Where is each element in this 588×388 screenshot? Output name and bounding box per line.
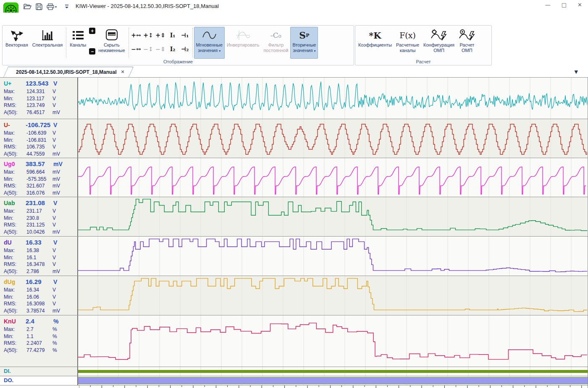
stat-unit: V — [52, 102, 56, 109]
digital-label[interactable]: DO. — [0, 376, 78, 385]
stat-value: 123.117 — [26, 95, 52, 102]
waveform-plot[interactable] — [78, 119, 588, 158]
zoom-out-horizontal-icon[interactable]: −↔ — [130, 42, 142, 56]
stat-label: Max: — [4, 169, 26, 176]
zoom-in-vertical-icon[interactable]: +↕ — [142, 28, 155, 42]
close-button[interactable]: ✕ — [578, 2, 582, 8]
window-title: KIWI-Viewer - 2025-08-14,12.50.30,IRIS-S… — [76, 3, 219, 9]
customize-toolbar-icon — [64, 4, 69, 10]
spectral-diagram-button[interactable]: Спектральная — [30, 27, 65, 59]
stat-label: Min: — [4, 254, 26, 261]
stat-unit: V — [52, 137, 56, 144]
digital-plot[interactable] — [78, 367, 588, 376]
omp-config-button[interactable]: Конфигурация ОМП — [421, 27, 457, 59]
stat-label: A(50): — [4, 307, 26, 315]
channels-button[interactable]: Каналы — [68, 27, 88, 59]
waveform-plot[interactable] — [78, 158, 588, 197]
digital-signal-bar — [78, 370, 588, 373]
stat-row: A(50):316.076mV — [4, 190, 77, 197]
zoom-out-vertical-all-icon[interactable]: −⇕ — [155, 42, 167, 56]
stat-value: 16.3478 — [26, 261, 52, 268]
waveform-trace-dUg — [78, 279, 587, 312]
marker-two-icon[interactable]: ⊣₂ — [179, 42, 191, 56]
print-dropdown-caret[interactable]: ▾ — [55, 5, 57, 9]
waveform-trace-KnU — [78, 323, 587, 359]
stat-label: Min: — [4, 95, 26, 102]
ribbon-separator — [129, 28, 129, 57]
customize-quick-access-button[interactable] — [64, 4, 69, 10]
zoom-in-vertical-all-icon[interactable]: +⇕ — [155, 28, 167, 42]
stat-value: 123.749 — [26, 102, 52, 109]
omp-run-button[interactable]: Расчет ОМП — [457, 27, 478, 59]
channel-row: U+ 123.543 V Max:124.331VMin:123.117VRMS… — [0, 77, 588, 119]
waveform-plot[interactable] — [78, 276, 588, 315]
const-icon: const — [105, 28, 119, 42]
remove-channel-button[interactable]: − — [89, 48, 95, 55]
waveform-plot[interactable] — [78, 315, 588, 367]
secondary-values-button[interactable]: SP Вторичные значения ▾ — [290, 27, 318, 59]
coefficients-button[interactable]: *K Коэффициенты — [356, 27, 394, 59]
waveform-plot[interactable] — [78, 78, 588, 119]
minimize-button[interactable]: — — [545, 2, 551, 8]
channel-stats-panel[interactable]: Uab 231.08 V Max:231.17VMin:230.8VRMS:23… — [0, 197, 78, 236]
channel-unit: V — [53, 279, 57, 285]
channel-row: dUg 16.29 V Max:16.34VMin:16.06VRMS:16.3… — [0, 276, 588, 315]
open-file-button[interactable] — [24, 3, 32, 10]
digital-plot[interactable] — [78, 376, 588, 385]
stat-value: 231.17 — [26, 208, 52, 215]
channel-value: 123.543 — [26, 80, 53, 87]
instant-values-button[interactable]: Мгновенные значения ▾ — [194, 27, 225, 59]
quick-access-toolbar: ▾ — [24, 2, 69, 11]
calc-channels-button[interactable]: F(x) Расчетные каналы — [394, 27, 421, 59]
zoom-out-vertical-icon[interactable]: −↕ — [142, 42, 155, 56]
vector-diagram-button[interactable]: Векторная — [3, 27, 30, 59]
instant-values-caret[interactable]: ▾ — [219, 49, 220, 53]
channel-stats-panel[interactable]: U+ 123.543 V Max:124.331VMin:123.117VRMS… — [0, 78, 78, 119]
maximize-button[interactable]: □ — [562, 2, 567, 8]
tab-overflow-caret[interactable]: ▼ — [575, 69, 578, 75]
stat-row: Max:2.7% — [4, 326, 77, 333]
waveform-plot[interactable] — [78, 197, 588, 236]
stat-unit: mV — [52, 229, 60, 236]
stat-value: 77.4279 — [26, 347, 52, 354]
save-button[interactable] — [36, 3, 42, 10]
digital-row: DI. — [0, 367, 588, 376]
tab-close-icon[interactable]: ✕ — [121, 69, 124, 75]
sine-wave-icon — [202, 28, 217, 42]
digital-label[interactable]: DI. — [0, 367, 78, 376]
stat-unit: mV — [52, 307, 60, 315]
stat-unit: V — [52, 208, 56, 215]
channel-stats-panel[interactable]: dUg 16.29 V Max:16.34VMin:16.06VRMS:16.3… — [0, 276, 78, 315]
stat-value: 124.331 — [26, 88, 52, 95]
cursor-two-icon[interactable]: I₂ — [167, 42, 179, 56]
hide-unchanged-label-2: неизменные — [98, 48, 125, 53]
stat-label: Min: — [4, 333, 26, 340]
oscillogram-tab[interactable]: 2025-08-14,12.50.30,IRIS-SOPT_18,Manual … — [6, 67, 129, 77]
vector-icon — [10, 28, 23, 42]
stat-label: Min: — [4, 215, 26, 222]
stat-value: 16.1 — [26, 254, 52, 261]
stat-unit: mV — [52, 151, 60, 158]
hide-unchanged-button[interactable]: const Скрыть неизменные — [96, 27, 127, 59]
channel-stats-panel[interactable]: dU 16.33 V Max:16.38VMin:16.1VRMS:16.347… — [0, 237, 78, 276]
print-button[interactable]: ▾ — [47, 3, 57, 10]
add-channel-button[interactable]: + — [89, 28, 95, 34]
stat-unit: V — [52, 143, 56, 151]
secondary-values-caret[interactable]: ▾ — [314, 49, 315, 53]
channel-name: Ug0 — [4, 161, 26, 167]
stat-label: Max: — [4, 208, 26, 215]
svg-text:const: const — [108, 33, 115, 36]
waveform-plot[interactable] — [78, 237, 588, 276]
invert-sine-icon — [236, 28, 251, 42]
stat-value: 106.735 — [26, 143, 52, 151]
stat-row: A(50):10.0426mV — [4, 229, 77, 236]
channel-stats-panel[interactable]: KnU 2.4 % Max:2.7%Min:1.1%RMS:2.2407%A(5… — [0, 315, 78, 367]
channel-stats-panel[interactable]: U- -106.725 V Max:-106.639VMin:-106.831V… — [0, 119, 78, 158]
hide-unchanged-label-1: Скрыть — [104, 42, 120, 48]
waveform-trace-dU — [78, 239, 587, 272]
zoom-in-horizontal-icon[interactable]: +↔ — [130, 28, 142, 42]
bar-chart-icon — [41, 28, 54, 42]
marker-one-icon[interactable]: ⊣₁ — [179, 28, 191, 42]
channel-stats-panel[interactable]: Ug0 383.57 mV Max:596.664mVMin:-575.355m… — [0, 158, 78, 197]
cursor-one-icon[interactable]: I₁ — [167, 28, 179, 42]
